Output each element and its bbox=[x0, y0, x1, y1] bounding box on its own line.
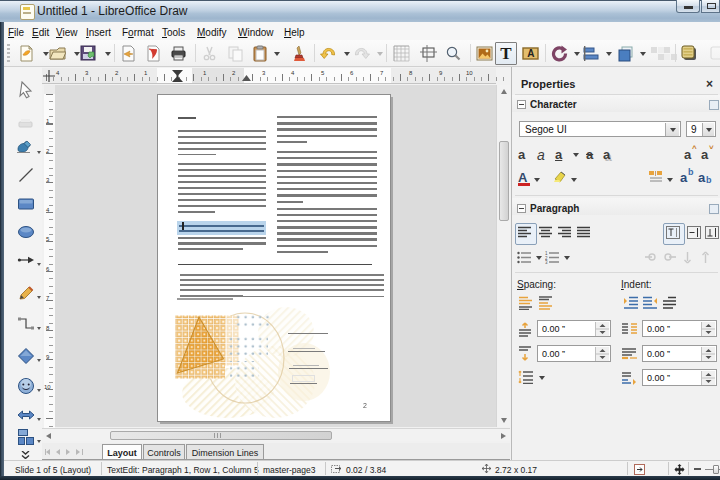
svg-text:3: 3 bbox=[545, 260, 548, 264]
svg-text:A: A bbox=[527, 48, 534, 59]
